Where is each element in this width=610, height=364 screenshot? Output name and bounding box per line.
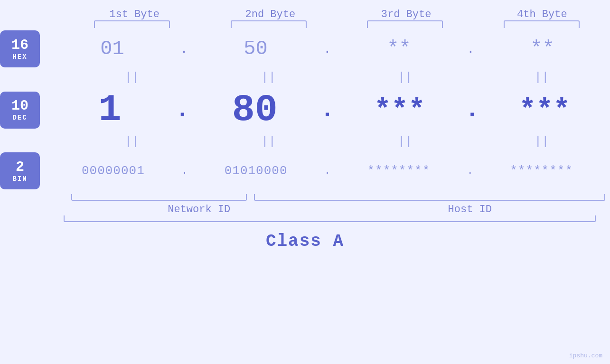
bin-sep2: . xyxy=(324,166,330,177)
eq1-b2: || xyxy=(200,71,337,84)
eq1-b1: || xyxy=(64,71,200,84)
bin-badge-num: 2 xyxy=(16,159,24,175)
bin-byte4: ******** xyxy=(473,164,610,178)
dec-badge: 10 DEC xyxy=(0,92,40,129)
bin-byte2: 01010000 xyxy=(188,164,325,178)
hex-badge-num: 16 xyxy=(11,37,28,53)
host-id-bracket xyxy=(254,194,605,201)
top-bracket-row xyxy=(0,20,610,28)
hex-sep2: . xyxy=(323,42,331,56)
hex-byte4: ** xyxy=(475,37,610,60)
bin-sep1: . xyxy=(182,166,188,177)
class-label: Class A xyxy=(266,232,344,251)
bin-byte3: ******** xyxy=(330,164,468,178)
byte2-header: 2nd Byte xyxy=(202,9,338,20)
dec-badge-num: 10 xyxy=(11,98,28,114)
dec-badge-label: DEC xyxy=(12,114,27,121)
byte1-header: 1st Byte xyxy=(66,9,202,20)
bin-byte1: 00000001 xyxy=(45,164,182,178)
dec-byte4: *** xyxy=(479,94,610,126)
hex-byte2: 50 xyxy=(188,37,323,60)
hex-row: 16 HEX 01 . 50 . ** . ** xyxy=(0,30,610,67)
hex-sep3: . xyxy=(467,42,475,56)
dec-sep1: . xyxy=(175,96,189,123)
dec-bytes-row: 1 . 80 . *** . *** xyxy=(45,88,610,131)
byte3-header: 3rd Byte xyxy=(338,9,474,20)
id-labels: Network ID Host ID xyxy=(0,204,610,215)
network-id-section: Network ID xyxy=(64,204,335,215)
top-bracket-line-3 xyxy=(367,20,443,28)
dec-byte2: 80 xyxy=(189,88,320,131)
equals-row-1: || || || || xyxy=(0,71,610,84)
bottom-bracket-container xyxy=(0,194,610,201)
top-bracket-3 xyxy=(337,20,474,28)
eq2-b4: || xyxy=(473,135,610,148)
hex-badge-label: HEX xyxy=(12,53,27,61)
dec-sep2: . xyxy=(320,96,334,123)
dec-row: 10 DEC 1 . 80 . *** . *** xyxy=(0,88,610,131)
bin-sep3: . xyxy=(467,166,473,177)
top-bracket-1 xyxy=(64,20,200,28)
eq2-b2: || xyxy=(200,135,337,148)
byte4-header: 4th Byte xyxy=(474,9,610,20)
hex-byte3: ** xyxy=(331,37,467,60)
bin-bytes-row: 00000001 . 01010000 . ******** . *******… xyxy=(45,164,610,178)
hex-bytes-row: 01 . 50 . ** . ** xyxy=(45,37,610,60)
host-id-section: Host ID xyxy=(335,204,610,215)
dec-byte1: 1 xyxy=(45,88,175,131)
main-container: 1st Byte 2nd Byte 3rd Byte 4th Byte 16 H… xyxy=(0,0,610,364)
eq1-b4: || xyxy=(473,71,610,84)
hex-sep1: . xyxy=(180,42,188,56)
top-bracket-line-1 xyxy=(94,20,170,28)
hex-byte1: 01 xyxy=(45,37,180,60)
host-bracket-wrap xyxy=(254,194,610,201)
bin-badge: 2 BIN xyxy=(0,152,40,189)
watermark: ipshu.com xyxy=(569,352,602,359)
eq2-b3: || xyxy=(337,135,474,148)
class-footer: Class A xyxy=(0,215,610,256)
hex-badge: 16 HEX xyxy=(0,30,40,67)
eq2-b1: || xyxy=(64,135,200,148)
top-bracket-line-2 xyxy=(231,20,307,28)
network-id-label: Network ID xyxy=(168,204,230,215)
equals-row-2: || || || || xyxy=(0,135,610,148)
eq1-b3: || xyxy=(337,71,474,84)
dec-sep3: . xyxy=(465,96,479,123)
bin-badge-label: BIN xyxy=(12,175,27,183)
host-id-label: Host ID xyxy=(448,204,492,215)
top-bracket-2 xyxy=(200,20,337,28)
byte-headers: 1st Byte 2nd Byte 3rd Byte 4th Byte xyxy=(0,9,610,20)
wide-bottom-bracket xyxy=(64,215,596,222)
bin-row: 2 BIN 00000001 . 01010000 . ******** . *… xyxy=(0,152,610,189)
network-bracket-wrap xyxy=(64,194,254,201)
dec-byte3: *** xyxy=(335,94,465,126)
top-bracket-line-4 xyxy=(504,20,580,28)
network-id-bracket xyxy=(71,194,247,201)
top-bracket-4 xyxy=(473,20,610,28)
